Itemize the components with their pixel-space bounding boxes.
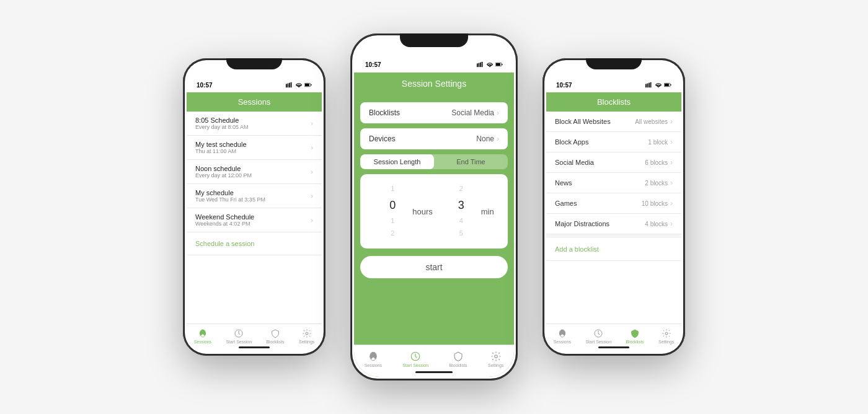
session-title: Noon schedule — [195, 165, 252, 172]
tab-blocklists-1[interactable]: Blocklists — [266, 328, 284, 344]
tab-label-settings-1: Settings — [299, 340, 314, 344]
svg-rect-2 — [289, 83, 290, 88]
blocklist-name: News — [555, 179, 572, 187]
screen-3: 10:57 Blocklists Block All Websites All … — [546, 75, 681, 352]
tab-sessions-2[interactable]: Sessions — [365, 351, 382, 368]
devices-row[interactable]: Devices None › — [360, 128, 508, 149]
blocklist-item[interactable]: News 2 blocks › — [546, 173, 681, 193]
blocklist-item[interactable]: Games 10 blocks › — [546, 193, 681, 214]
session-item[interactable]: My schedule Tue Wed Thu Fri at 3:35 PM › — [187, 184, 322, 208]
picker-h-selected: 0 — [389, 195, 396, 215]
session-title: My schedule — [195, 189, 265, 196]
tab-label-start-3: Start Session — [585, 340, 611, 344]
blocklist-chevron: › — [670, 117, 673, 126]
tab-label-sessions-1: Sessions — [194, 340, 211, 344]
session-title: Weekend Schedule — [195, 213, 254, 221]
start-button[interactable]: start — [360, 256, 508, 278]
session-chevron: › — [311, 120, 313, 127]
status-icons-2 — [477, 61, 503, 68]
tab-settings-2[interactable]: Settings — [488, 351, 503, 368]
tab-blocklists-3[interactable]: Blocklists — [626, 328, 644, 344]
devices-chevron: › — [497, 134, 499, 143]
svg-point-14 — [489, 66, 490, 67]
blocklist-name: Block Apps — [555, 138, 588, 146]
tab-startsession-3[interactable]: Start Session — [585, 328, 611, 344]
picker-hours-label: hours — [412, 207, 433, 216]
svg-rect-23 — [650, 82, 652, 88]
header-blocklists: Blocklists — [546, 92, 681, 112]
picker-h-plus1: 1 — [391, 215, 394, 227]
blocklist-item[interactable]: Social Media 6 blocks › — [546, 152, 681, 173]
segment-session-length[interactable]: Session Length — [360, 154, 434, 169]
svg-rect-27 — [670, 84, 671, 86]
session-sub: Every day at 8:05 AM — [195, 124, 249, 130]
blocklists-content: Block All Websites All websites › Block … — [546, 112, 681, 352]
add-blocklist-link[interactable]: Add a blocklist — [546, 238, 681, 261]
status-icons-3 — [645, 82, 671, 88]
blocklist-chevron: › — [670, 158, 673, 167]
time-1: 10:57 — [197, 82, 213, 89]
session-item[interactable]: 8:05 Schedule Every day at 8:05 AM › — [187, 112, 322, 136]
picker-h-minus1: 1 — [391, 183, 394, 195]
tab-settings-1[interactable]: Settings — [299, 328, 314, 344]
tab-blocklists-2[interactable]: Blocklists — [449, 351, 467, 368]
time-picker[interactable]: 1 0 1 2 hours 2 — [360, 174, 508, 249]
blocklist-item[interactable]: Block All Websites All websites › — [546, 112, 681, 132]
svg-rect-6 — [305, 84, 309, 86]
svg-rect-20 — [645, 84, 647, 87]
sessions-container: 8:05 Schedule Every day at 8:05 AM › My … — [187, 112, 322, 232]
session-title: My test schedule — [195, 141, 247, 148]
tab-settings-3[interactable]: Settings — [658, 328, 674, 344]
blocklists-label: Blocklists — [369, 108, 400, 117]
session-item-left: My schedule Tue Wed Thu Fri at 3:35 PM — [195, 189, 265, 203]
blocklists-row[interactable]: Blocklists Social Media › — [360, 102, 508, 123]
phone-session-settings: 10:57 Session Settings Blocklists Social… — [350, 33, 518, 381]
devices-label: Devices — [369, 134, 396, 143]
tab-startsession-1[interactable]: Start Session — [226, 328, 252, 344]
time-3: 10:57 — [556, 82, 572, 89]
svg-rect-11 — [479, 63, 480, 67]
blocklist-item[interactable]: Major Distractions 4 blocks › — [546, 214, 681, 234]
notch-3 — [586, 58, 642, 69]
session-chevron: › — [311, 144, 313, 151]
picker-m-plus2: 5 — [459, 227, 463, 240]
notch-2 — [400, 33, 468, 47]
add-session-link[interactable]: Schedule a session — [187, 232, 322, 255]
blocklist-item[interactable]: Block Apps 1 block › — [546, 132, 681, 152]
picker-m-selected: 3 — [458, 195, 464, 215]
home-indicator-3 — [598, 346, 629, 348]
svg-rect-3 — [291, 82, 292, 88]
picker-row: 1 0 1 2 hours 2 — [374, 183, 494, 240]
segment-end-time[interactable]: End Time — [434, 154, 508, 169]
tab-label-start-2: Start Session — [402, 363, 428, 368]
session-item[interactable]: Noon schedule Every day at 12:00 PM › — [187, 160, 322, 184]
session-item[interactable]: Weekend Schedule Weekends at 4:02 PM › — [187, 208, 322, 232]
blocklist-value: 1 block › — [648, 138, 673, 146]
header-session-settings: Session Settings — [354, 73, 514, 95]
picker-h-plus2: 2 — [391, 227, 394, 240]
tab-sessions-3[interactable]: Sessions — [554, 328, 571, 344]
tab-startsession-2[interactable]: Start Session — [402, 351, 428, 368]
blocklist-chevron: › — [670, 178, 673, 187]
session-chevron: › — [311, 192, 313, 200]
svg-rect-13 — [482, 62, 483, 68]
picker-hours-col: 1 0 1 2 — [374, 183, 411, 240]
status-icons-1 — [286, 82, 312, 88]
tab-label-block-3: Blocklists — [626, 340, 644, 344]
tab-label-block-2: Blocklists — [449, 363, 467, 368]
session-item[interactable]: My test schedule Thu at 11:00 AM › — [187, 136, 322, 160]
blocklist-value: 2 blocks › — [645, 178, 673, 187]
session-settings-content: Blocklists Social Media › Devices None › — [354, 95, 514, 377]
svg-point-4 — [298, 87, 299, 87]
session-item-left: My test schedule Thu at 11:00 AM — [195, 141, 247, 154]
sessions-list: 8:05 Schedule Every day at 8:05 AM › My … — [187, 112, 322, 352]
session-sub: Thu at 11:00 AM — [195, 148, 247, 154]
tab-sessions-1[interactable]: Sessions — [194, 328, 211, 344]
session-item-left: Noon schedule Every day at 12:00 PM — [195, 165, 252, 178]
home-indicator-1 — [239, 346, 270, 348]
svg-rect-22 — [649, 83, 650, 88]
svg-point-29 — [665, 332, 668, 335]
tab-label-settings-3: Settings — [658, 340, 674, 344]
notch-1 — [226, 58, 282, 69]
blocklists-chevron: › — [497, 108, 499, 117]
